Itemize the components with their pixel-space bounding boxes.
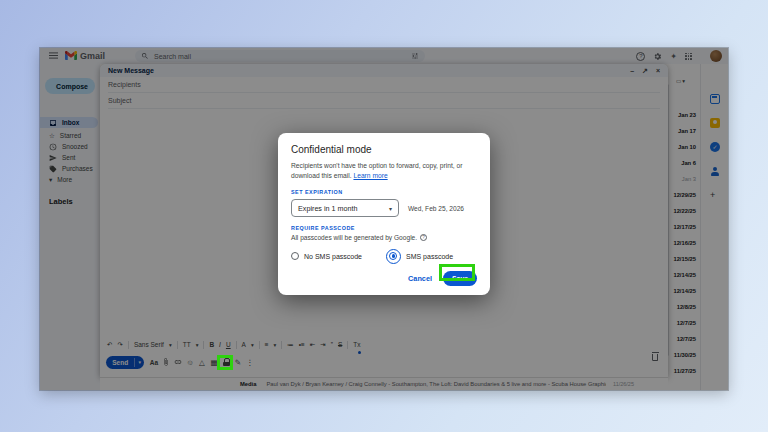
passcode-note-row: All passcodes will be generated by Googl… xyxy=(291,234,477,241)
highlight-box-save xyxy=(439,264,475,281)
learn-more-link[interactable]: Learn more xyxy=(353,172,387,179)
passcode-radios: No SMS passcode SMS passcode xyxy=(291,248,477,264)
radio-no-sms-passcode[interactable]: No SMS passcode xyxy=(291,252,362,260)
dialog-title: Confidential mode xyxy=(291,144,477,155)
set-expiration-label: SET EXPIRATION xyxy=(291,189,477,195)
highlight-box-lock xyxy=(217,355,233,370)
radio-focus-ring xyxy=(386,249,401,264)
help-circle-icon[interactable]: ? xyxy=(420,234,427,241)
screen: Gmail Search mail ? ✦ Compose Inbo xyxy=(0,0,768,432)
expiration-select[interactable]: Expires in 1 month ▾ xyxy=(291,199,399,217)
require-passcode-label: REQUIRE PASSCODE xyxy=(291,225,477,231)
dialog-body: Recipients won't have the option to forw… xyxy=(291,161,477,181)
expiration-date: Wed, Feb 25, 2026 xyxy=(408,205,464,212)
radio-off-icon[interactable] xyxy=(291,252,299,260)
radio-sms-passcode[interactable]: SMS passcode xyxy=(386,249,453,264)
cancel-button[interactable]: Cancel xyxy=(408,274,432,283)
select-caret-icon: ▾ xyxy=(389,205,392,212)
radio-on-icon[interactable] xyxy=(389,252,397,260)
expiration-row: Expires in 1 month ▾ Wed, Feb 25, 2026 xyxy=(291,199,477,217)
